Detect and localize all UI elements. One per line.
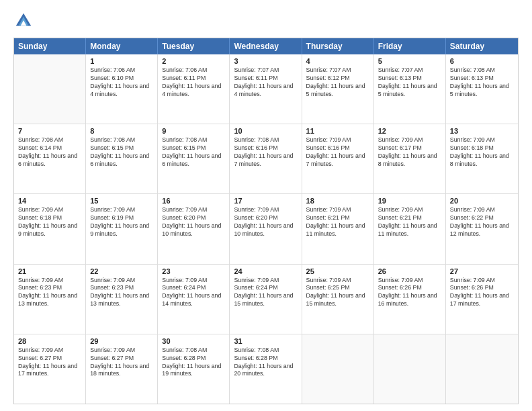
day-info: Sunrise: 7:09 AMSunset: 6:18 PMDaylight:… [18, 206, 81, 238]
weekday-header-saturday: Saturday [446, 38, 518, 54]
day-number: 17 [234, 197, 297, 205]
calendar-row-1: 1Sunrise: 7:06 AMSunset: 6:10 PMDaylight… [14, 54, 518, 124]
day-number: 6 [450, 57, 514, 65]
day-info: Sunrise: 7:07 AMSunset: 6:11 PMDaylight:… [234, 66, 297, 99]
calendar-cell: 12Sunrise: 7:09 AMSunset: 6:17 PMDayligh… [374, 124, 446, 193]
day-number: 12 [378, 127, 441, 135]
calendar-cell: 2Sunrise: 7:06 AMSunset: 6:11 PMDaylight… [158, 54, 230, 124]
calendar-row-5: 28Sunrise: 7:09 AMSunset: 6:27 PMDayligh… [14, 334, 518, 404]
calendar-cell: 5Sunrise: 7:07 AMSunset: 6:13 PMDaylight… [374, 54, 446, 124]
calendar-cell: 10Sunrise: 7:08 AMSunset: 6:16 PMDayligh… [230, 124, 302, 193]
day-info: Sunrise: 7:09 AMSunset: 6:19 PMDaylight:… [90, 206, 153, 238]
calendar-cell: 19Sunrise: 7:09 AMSunset: 6:21 PMDayligh… [374, 194, 446, 263]
day-number: 24 [234, 267, 297, 275]
calendar-cell: 3Sunrise: 7:07 AMSunset: 6:11 PMDaylight… [230, 54, 302, 124]
day-info: Sunrise: 7:09 AMSunset: 6:16 PMDaylight:… [306, 136, 369, 169]
calendar-cell: 29Sunrise: 7:09 AMSunset: 6:27 PMDayligh… [86, 334, 158, 404]
day-number: 19 [378, 197, 441, 205]
day-number: 30 [162, 337, 225, 345]
day-number: 29 [90, 337, 153, 345]
day-number: 4 [306, 57, 369, 65]
day-info: Sunrise: 7:09 AMSunset: 6:20 PMDaylight:… [234, 206, 297, 238]
day-number: 8 [90, 127, 153, 135]
day-number: 2 [162, 57, 225, 65]
day-number: 20 [450, 197, 514, 205]
calendar-cell: 4Sunrise: 7:07 AMSunset: 6:12 PMDaylight… [302, 54, 374, 124]
day-number: 21 [18, 267, 81, 275]
calendar-cell [446, 334, 518, 404]
day-info: Sunrise: 7:07 AMSunset: 6:13 PMDaylight:… [378, 66, 441, 99]
day-info: Sunrise: 7:08 AMSunset: 6:15 PMDaylight:… [162, 136, 225, 169]
day-number: 23 [162, 267, 225, 275]
day-info: Sunrise: 7:09 AMSunset: 6:24 PMDaylight:… [234, 277, 297, 309]
calendar-cell: 24Sunrise: 7:09 AMSunset: 6:24 PMDayligh… [230, 265, 302, 334]
calendar: SundayMondayTuesdayWednesdayThursdayFrid… [13, 38, 519, 404]
day-number: 31 [234, 337, 297, 345]
calendar-cell: 11Sunrise: 7:09 AMSunset: 6:16 PMDayligh… [302, 124, 374, 193]
calendar-cell: 20Sunrise: 7:09 AMSunset: 6:22 PMDayligh… [446, 194, 518, 263]
calendar-cell: 7Sunrise: 7:08 AMSunset: 6:14 PMDaylight… [14, 124, 86, 193]
calendar-cell: 1Sunrise: 7:06 AMSunset: 6:10 PMDaylight… [86, 54, 158, 124]
day-info: Sunrise: 7:09 AMSunset: 6:23 PMDaylight:… [90, 277, 153, 309]
day-number: 11 [306, 127, 369, 135]
calendar-cell: 14Sunrise: 7:09 AMSunset: 6:18 PMDayligh… [14, 194, 86, 263]
day-number: 26 [378, 267, 441, 275]
day-info: Sunrise: 7:09 AMSunset: 6:25 PMDaylight:… [306, 277, 369, 309]
day-info: Sunrise: 7:08 AMSunset: 6:28 PMDaylight:… [162, 347, 225, 379]
weekday-header-monday: Monday [86, 38, 158, 54]
day-info: Sunrise: 7:09 AMSunset: 6:23 PMDaylight:… [18, 277, 81, 309]
day-number: 7 [18, 127, 81, 135]
weekday-header-tuesday: Tuesday [158, 38, 230, 54]
calendar-body: 1Sunrise: 7:06 AMSunset: 6:10 PMDaylight… [14, 54, 518, 404]
day-info: Sunrise: 7:09 AMSunset: 6:24 PMDaylight:… [162, 277, 225, 309]
calendar-cell: 22Sunrise: 7:09 AMSunset: 6:23 PMDayligh… [86, 265, 158, 334]
day-info: Sunrise: 7:08 AMSunset: 6:14 PMDaylight:… [18, 136, 81, 169]
calendar-cell: 17Sunrise: 7:09 AMSunset: 6:20 PMDayligh… [230, 194, 302, 263]
calendar-cell: 30Sunrise: 7:08 AMSunset: 6:28 PMDayligh… [158, 334, 230, 404]
calendar-cell: 6Sunrise: 7:08 AMSunset: 6:13 PMDaylight… [446, 54, 518, 124]
calendar-cell [374, 334, 446, 404]
calendar-cell [14, 54, 86, 124]
weekday-header-wednesday: Wednesday [230, 38, 302, 54]
day-number: 5 [378, 57, 441, 65]
weekday-header-friday: Friday [374, 38, 446, 54]
day-number: 3 [234, 57, 297, 65]
day-number: 18 [306, 197, 369, 205]
day-number: 16 [162, 197, 225, 205]
day-number: 15 [90, 197, 153, 205]
day-info: Sunrise: 7:09 AMSunset: 6:18 PMDaylight:… [450, 136, 514, 169]
weekday-header-thursday: Thursday [302, 38, 374, 54]
calendar-cell: 15Sunrise: 7:09 AMSunset: 6:19 PMDayligh… [86, 194, 158, 263]
calendar-cell: 8Sunrise: 7:08 AMSunset: 6:15 PMDaylight… [86, 124, 158, 193]
day-number: 1 [90, 57, 153, 65]
calendar-cell: 27Sunrise: 7:09 AMSunset: 6:26 PMDayligh… [446, 265, 518, 334]
weekday-header-sunday: Sunday [14, 38, 86, 54]
day-info: Sunrise: 7:08 AMSunset: 6:28 PMDaylight:… [234, 347, 297, 379]
calendar-row-3: 14Sunrise: 7:09 AMSunset: 6:18 PMDayligh… [14, 194, 518, 264]
calendar-row-2: 7Sunrise: 7:08 AMSunset: 6:14 PMDaylight… [14, 124, 518, 194]
day-number: 25 [306, 267, 369, 275]
day-info: Sunrise: 7:09 AMSunset: 6:21 PMDaylight:… [378, 206, 441, 238]
logo-icon [13, 11, 34, 31]
day-info: Sunrise: 7:09 AMSunset: 6:27 PMDaylight:… [18, 347, 81, 379]
day-info: Sunrise: 7:06 AMSunset: 6:10 PMDaylight:… [90, 66, 153, 99]
day-number: 28 [18, 337, 81, 345]
day-info: Sunrise: 7:09 AMSunset: 6:26 PMDaylight:… [450, 277, 514, 309]
day-info: Sunrise: 7:08 AMSunset: 6:16 PMDaylight:… [234, 136, 297, 169]
page-header [13, 11, 519, 31]
day-number: 14 [18, 197, 81, 205]
day-number: 13 [450, 127, 514, 135]
day-info: Sunrise: 7:09 AMSunset: 6:17 PMDaylight:… [378, 136, 441, 169]
calendar-cell: 9Sunrise: 7:08 AMSunset: 6:15 PMDaylight… [158, 124, 230, 193]
calendar-cell: 28Sunrise: 7:09 AMSunset: 6:27 PMDayligh… [14, 334, 86, 404]
day-number: 22 [90, 267, 153, 275]
calendar-row-4: 21Sunrise: 7:09 AMSunset: 6:23 PMDayligh… [14, 265, 518, 334]
day-info: Sunrise: 7:09 AMSunset: 6:27 PMDaylight:… [90, 347, 153, 379]
calendar-cell: 21Sunrise: 7:09 AMSunset: 6:23 PMDayligh… [14, 265, 86, 334]
calendar-cell [302, 334, 374, 404]
day-info: Sunrise: 7:07 AMSunset: 6:12 PMDaylight:… [306, 66, 369, 99]
logo [13, 11, 36, 31]
day-info: Sunrise: 7:09 AMSunset: 6:20 PMDaylight:… [162, 206, 225, 238]
calendar-cell: 31Sunrise: 7:08 AMSunset: 6:28 PMDayligh… [230, 334, 302, 404]
calendar-cell: 18Sunrise: 7:09 AMSunset: 6:21 PMDayligh… [302, 194, 374, 263]
